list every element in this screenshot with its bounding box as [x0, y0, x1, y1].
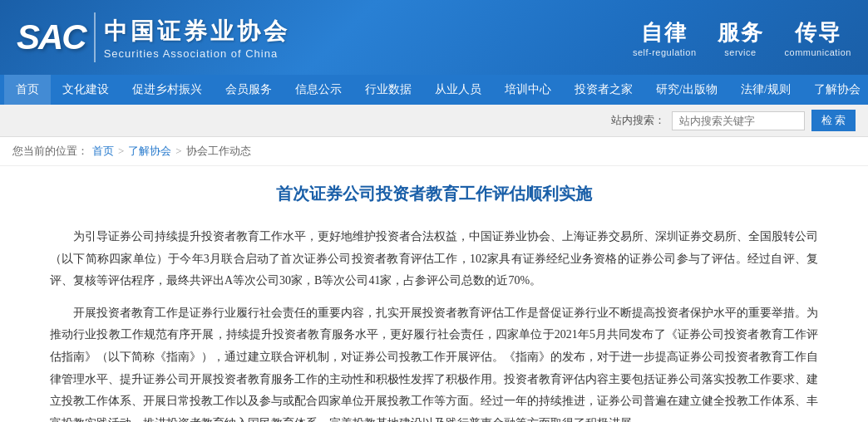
- nav-item-research[interactable]: 研究/出版物: [644, 75, 729, 105]
- nav-item-culture[interactable]: 文化建设: [51, 75, 121, 105]
- sac-logo: SAC 中国证券业协会 Securities Association of Ch…: [17, 12, 290, 62]
- article-paragraph-2: 开展投资者教育工作是证券行业履行社会责任的重要内容，扎实开展投资者教育评估工作是…: [50, 302, 818, 422]
- slogan-zh-0: 自律: [641, 18, 688, 47]
- breadcrumb: 您当前的位置： 首页 > 了解协会 > 协会工作动态: [0, 137, 868, 166]
- slogan-self-regulation: 自律 self-regulation: [633, 18, 697, 57]
- nav-item-rural[interactable]: 促进乡村振兴: [121, 75, 214, 105]
- search-button[interactable]: 检 索: [811, 110, 856, 131]
- nav-item-member[interactable]: 会员服务: [214, 75, 284, 105]
- nav-item-law[interactable]: 法律/规则: [729, 75, 802, 105]
- nav-item-info[interactable]: 信息公示: [284, 75, 353, 105]
- sac-letters-logo: SAC: [17, 17, 86, 57]
- org-name-block: 中国证券业协会 Securities Association of China: [104, 16, 290, 60]
- slogan-en-2: communication: [785, 47, 851, 57]
- article-title: 首次证券公司投资者教育工作评估顺利实施: [50, 183, 818, 205]
- slogan-communication: 传导 communication: [785, 18, 851, 57]
- nav-item-staff[interactable]: 从业人员: [423, 75, 493, 105]
- slogan-en-1: service: [724, 47, 756, 57]
- breadcrumb-about[interactable]: 了解协会: [128, 144, 171, 159]
- slogan-zh-2: 传导: [795, 18, 841, 47]
- article-body: 为引导证券公司持续提升投资者教育工作水平，更好地维护投资者合法权益，中国证券业协…: [50, 226, 818, 422]
- nav-item-investor[interactable]: 投资者之家: [563, 75, 644, 105]
- nav-bar: 首页 文化建设 促进乡村振兴 会员服务 信息公示 行业数据 从业人员 培训中心 …: [0, 75, 868, 105]
- search-input[interactable]: [672, 111, 805, 130]
- search-label: 站内搜索：: [611, 113, 665, 128]
- nav-item-industry[interactable]: 行业数据: [353, 75, 423, 105]
- nav-item-training[interactable]: 培训中心: [493, 75, 563, 105]
- org-name-english: Securities Association of China: [104, 47, 290, 60]
- header-left: SAC 中国证券业协会 Securities Association of Ch…: [17, 12, 290, 62]
- slogan-service: 服务 service: [718, 18, 764, 57]
- search-bar: 站内搜索： 检 索: [0, 105, 868, 137]
- header-slogan-group: 自律 self-regulation 服务 service 传导 communi…: [633, 18, 851, 57]
- slogan-en-0: self-regulation: [633, 47, 697, 57]
- breadcrumb-sep-1: >: [118, 145, 124, 158]
- slogan-zh-1: 服务: [718, 18, 764, 47]
- article-content: 首次证券公司投资者教育工作评估顺利实施 为引导证券公司持续提升投资者教育工作水平…: [0, 166, 868, 422]
- page-header: SAC 中国证券业协会 Securities Association of Ch…: [0, 0, 868, 75]
- nav-item-about[interactable]: 了解协会: [802, 75, 868, 105]
- logo-divider: [94, 12, 96, 62]
- breadcrumb-current: 协会工作动态: [186, 144, 251, 159]
- nav-item-home[interactable]: 首页: [4, 75, 51, 105]
- article-paragraph-1: 为引导证券公司持续提升投资者教育工作水平，更好地维护投资者合法权益，中国证券业协…: [50, 226, 818, 292]
- org-name-chinese: 中国证券业协会: [104, 16, 290, 47]
- breadcrumb-prefix: 您当前的位置：: [12, 144, 88, 159]
- breadcrumb-home[interactable]: 首页: [92, 144, 114, 159]
- breadcrumb-sep-2: >: [175, 145, 181, 158]
